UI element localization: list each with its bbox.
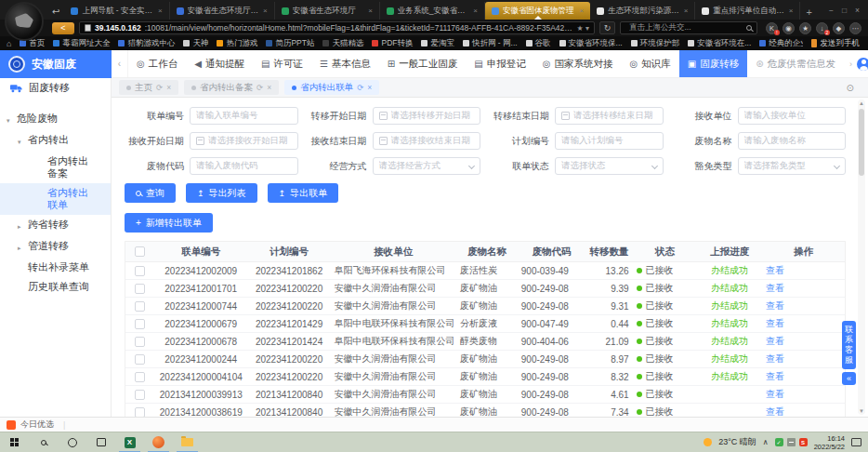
toolbar-round-button[interactable]: ◆ — [833, 22, 845, 34]
tab-close-icon[interactable]: × — [166, 83, 171, 92]
bookmark-item[interactable]: 安徽省环境保... — [559, 38, 623, 49]
sidebar-item[interactable]: 历史联单查询 — [0, 277, 111, 297]
tab-close-icon[interactable]: × — [789, 7, 794, 15]
nav-scroll-left-icon[interactable]: ‹ — [112, 50, 128, 77]
search-button[interactable]: 查询 — [125, 183, 176, 203]
taskbar-search-button[interactable] — [29, 432, 58, 452]
send-to-phone-button[interactable]: 发送到手机 — [803, 38, 868, 49]
close-button[interactable]: × — [855, 6, 860, 15]
customer-service-button[interactable]: 联系客服 — [842, 321, 856, 369]
export-sheet-button[interactable]: ↥ 导出联单 — [268, 183, 339, 203]
bookmark-item[interactable]: 热门游戏 — [217, 38, 257, 49]
bookmark-item[interactable]: 毒霸网址大全 — [53, 38, 110, 49]
nav-item[interactable]: ⊞ 一般工业固废 — [379, 50, 466, 77]
browser-tab[interactable]: 业务系统_安徽省生... × — [380, 2, 485, 20]
network-icon[interactable] — [787, 438, 796, 446]
bookmark-item[interactable]: 天神 — [183, 38, 208, 49]
scrollbar-thumb[interactable] — [859, 109, 864, 176]
view-link[interactable]: 查看 — [766, 389, 784, 399]
refresh-button[interactable]: ↻ — [599, 21, 615, 34]
workspace-tab[interactable]: 主页 ⟳ × — [119, 80, 178, 95]
bookmark-item[interactable]: 安徽省环境在... — [688, 38, 751, 49]
row-checkbox[interactable] — [135, 301, 145, 312]
bookmark-item[interactable]: 爱淘宝 — [421, 38, 454, 49]
row-checkbox[interactable] — [135, 407, 145, 418]
sidebar-item[interactable]: ▾ 省内转出 — [0, 130, 111, 152]
collapse-button[interactable]: « — [842, 372, 856, 385]
view-link[interactable]: 查看 — [766, 300, 784, 311]
row-checkbox[interactable] — [135, 284, 145, 294]
toolbar-round-button[interactable]: ⋯ — [849, 22, 861, 34]
url-bar[interactable]: 39.145.0.162 :10081/main/view/home/horiz… — [79, 21, 595, 34]
tab-close-icon[interactable]: × — [580, 7, 585, 15]
nav-item[interactable]: ◎ 国家系统对接 — [534, 50, 622, 77]
notification-center-icon[interactable] — [851, 438, 861, 446]
user-area[interactable]: › 苗洋洋 — [844, 50, 868, 77]
browser-tab[interactable]: 上网导航 - 安全实用... × — [64, 2, 169, 20]
filter-input[interactable]: 请选择接收开始日期 — [190, 132, 298, 150]
sidebar-item[interactable]: ▸ 跨省转移 — [0, 215, 111, 236]
maximize-button[interactable]: □ — [842, 6, 847, 15]
tab-close-icon[interactable]: × — [263, 7, 268, 15]
view-link[interactable]: 查看 — [766, 265, 784, 275]
browser-tab[interactable]: 安徽省生态环境厅 × — [275, 2, 380, 20]
tab-close-icon[interactable]: × — [158, 7, 163, 15]
bookmark-item[interactable]: PDF转换 — [372, 38, 413, 49]
promo-icon[interactable] — [7, 420, 16, 430]
row-checkbox[interactable] — [135, 372, 145, 382]
browser-search-input[interactable]: 直击上海公共交... — [620, 21, 757, 34]
tab-refresh-icon[interactable]: ⟳ — [156, 83, 163, 92]
sidebar-item[interactable]: 省内转出联单 — [0, 183, 111, 215]
bookmark-item[interactable]: 经典的企业... — [759, 38, 802, 49]
toolbar-round-button[interactable]: ◉ — [783, 22, 795, 34]
browser-logo-icon[interactable] — [5, 2, 44, 41]
view-link[interactable]: 查看 — [766, 336, 784, 346]
row-checkbox[interactable] — [135, 337, 145, 347]
row-checkbox[interactable] — [135, 354, 145, 365]
nav-item[interactable]: ◎ 知识库 — [621, 50, 678, 77]
tab-options-icon[interactable]: ⊙ — [840, 83, 861, 93]
minimize-button[interactable]: − — [829, 6, 834, 15]
filter-input[interactable]: 请选择转移开始日期 — [373, 107, 481, 125]
cortana-button[interactable] — [58, 432, 86, 452]
view-link[interactable]: 查看 — [766, 371, 784, 381]
toolbar-round-button[interactable]: K ! — [766, 22, 778, 34]
add-manifest-button[interactable]: + 新增转出联单 — [125, 213, 213, 233]
row-checkbox[interactable] — [135, 390, 145, 400]
tab-close-icon[interactable]: × — [267, 83, 271, 92]
view-link[interactable]: 查看 — [766, 353, 784, 364]
view-link[interactable]: 查看 — [766, 283, 784, 293]
tab-refresh-icon[interactable]: ⟳ — [357, 83, 363, 92]
bookmark-item[interactable]: 环境保护部 — [631, 38, 680, 49]
bookmark-star-icon[interactable]: ★ ▾ — [577, 24, 589, 33]
bookmark-item[interactable]: 猎豹游戏中心 — [118, 38, 175, 49]
search-icon[interactable] — [746, 25, 752, 31]
sogou-icon[interactable]: S — [799, 438, 808, 446]
filter-input[interactable]: 请输入接收单位 — [738, 107, 847, 125]
filter-input[interactable]: 请选择接收结束日期 — [373, 132, 481, 150]
content-scrollbar[interactable]: ▲ ▼ — [858, 100, 865, 415]
filter-input[interactable]: 请选择转移结束日期 — [555, 107, 664, 125]
tray-expand-icon[interactable]: ∧ — [763, 438, 769, 446]
weather-label[interactable]: 23°C 晴朗 — [718, 436, 756, 448]
sidebar-item[interactable]: 转出补录菜单 — [0, 258, 111, 277]
filter-input[interactable]: 请选择豁免类型 — [738, 157, 847, 175]
bookmark-item[interactable]: 快折网 - 网... — [463, 38, 518, 49]
excel-taskbar-button[interactable]: X — [115, 432, 144, 452]
bookmark-item[interactable]: 天猫精选 — [322, 38, 363, 49]
nav-item[interactable]: ▣ 固废转移 — [679, 50, 747, 77]
nav-item[interactable]: ▤ 许可证 — [253, 50, 311, 77]
nav-item[interactable]: ⊛ 危废供需信息发 — [747, 50, 844, 77]
explorer-taskbar-button[interactable] — [173, 432, 202, 452]
select-all-checkbox[interactable] — [135, 246, 145, 257]
tab-refresh-icon[interactable]: ⟳ — [256, 83, 263, 92]
filter-input[interactable]: 请输入废物名称 — [738, 132, 847, 150]
toolbar-round-button[interactable]: ★ — [799, 22, 811, 34]
browser-tab[interactable]: 安徽省固体废物管理 × — [485, 2, 590, 20]
browser-tab[interactable]: 重点排污单位自动监... × — [695, 2, 800, 20]
bookmark-item[interactable]: 谷歌 — [526, 38, 551, 49]
task-view-button[interactable] — [86, 432, 115, 452]
scroll-down-icon[interactable]: ▼ — [859, 407, 864, 415]
browser-taskbar-button[interactable] — [144, 432, 173, 452]
view-link[interactable]: 查看 — [766, 318, 784, 328]
